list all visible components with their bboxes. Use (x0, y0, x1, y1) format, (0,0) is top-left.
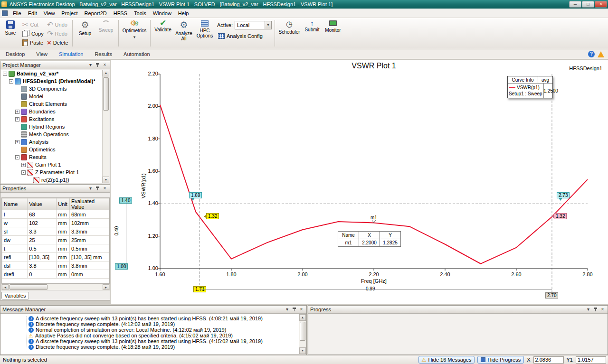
optimetrics-button[interactable]: ⚙⚙ Optimetrics ▾ (121, 18, 148, 47)
curve-info-legend[interactable]: Curve Info avg VSWR(p1) Setup1 : Sweep 1… (507, 76, 553, 98)
ribbon-tab-simulation[interactable]: Simulation (53, 50, 89, 58)
marker-cross-right[interactable]: 2.73 (557, 192, 570, 198)
close-icon[interactable]: × (102, 62, 108, 68)
analyze-all-button[interactable]: ⚙ Analyze All (173, 18, 194, 47)
pin-icon[interactable] (592, 307, 598, 313)
hpc-options-button[interactable]: HPC Options (194, 18, 215, 47)
property-row[interactable]: t0.5mm0.5mm (2, 244, 109, 253)
marker-cross-left[interactable]: 1.69 (189, 192, 202, 198)
delete-button[interactable]: ×Delete (46, 38, 70, 47)
ribbon-tab-desktop[interactable]: Desktop (0, 50, 30, 58)
message-item[interactable]: iDiscrete frequency sweep complete. (4:1… (1, 321, 299, 327)
menu-file[interactable]: File (10, 9, 25, 17)
scrollbar-thumb[interactable] (300, 322, 305, 341)
property-row[interactable]: sl3.3mm3.3mm (2, 227, 109, 236)
menu-report2d[interactable]: Report2D (81, 9, 110, 17)
tree-item[interactable]: Model (1, 93, 102, 100)
message-scrollbar[interactable]: ▲ ▼ (299, 314, 306, 354)
scroll-down-icon[interactable]: ▼ (299, 347, 306, 354)
tree-item[interactable]: Circuit Elements (1, 100, 102, 108)
menu-hfss[interactable]: HFSS (110, 9, 131, 17)
expand-icon[interactable]: + (15, 117, 19, 121)
redo-button[interactable]: ↷Redo (46, 29, 70, 38)
property-row[interactable]: dsl3.8mm3.8mm (2, 261, 109, 270)
tree-item[interactable]: +Excitations (1, 115, 102, 123)
document-icon[interactable] (2, 10, 8, 16)
tree-item[interactable]: Hybrid Regions (1, 123, 102, 131)
chevron-down-icon[interactable]: ▼ (265, 21, 271, 29)
property-row[interactable]: refl[130, 35]mm[130, 35] mm (2, 253, 109, 261)
tree-item[interactable]: re(Z(p1,p1)) (1, 176, 102, 183)
ribbon-tab-automation[interactable]: Automation (118, 50, 156, 58)
ribbon-tab-view[interactable]: View (30, 50, 53, 58)
submit-button[interactable]: ↑ Submit (302, 18, 323, 47)
collapse-icon[interactable]: - (9, 79, 13, 84)
scrollbar-thumb[interactable] (103, 77, 109, 111)
ribbon-tab-results[interactable]: Results (89, 50, 118, 58)
cut-button[interactable]: ✂Cut (21, 20, 46, 29)
close-button[interactable]: × (595, 1, 607, 8)
tree-item[interactable]: -Z Parameter Plot 1 (1, 168, 102, 176)
tree-item[interactable]: Optimetrics (1, 146, 102, 153)
message-item[interactable]: iA discrete frequency sweep with 13 poin… (1, 316, 299, 321)
marker-x-right[interactable]: 2.70 (545, 292, 558, 299)
hide-progress-button[interactable]: Hide Progress (477, 356, 524, 364)
property-row[interactable]: l68mm68mm (2, 210, 109, 219)
project-tree-scrollbar[interactable]: ▲ ▼ (102, 70, 109, 183)
menu-window[interactable]: Window (150, 9, 175, 17)
message-item[interactable]: iDiscrete frequency sweep complete. (4:1… (1, 344, 299, 350)
sweep-button[interactable]: Sweep (95, 18, 116, 47)
property-row[interactable]: drefl0mm0mm (2, 270, 109, 279)
pin-icon[interactable] (95, 62, 101, 68)
tree-item[interactable]: -Batwing_v2_var* (1, 70, 102, 77)
expand-icon[interactable]: + (21, 163, 26, 167)
tree-item[interactable]: +Gain Plot 1 (1, 161, 102, 168)
pin-icon[interactable] (95, 186, 101, 192)
marker-value-right[interactable]: 1.32 (554, 213, 567, 219)
menu-project[interactable]: Project (58, 9, 81, 17)
scroll-down-icon[interactable]: ▼ (103, 177, 109, 183)
menu-edit[interactable]: Edit (25, 9, 40, 17)
copy-button[interactable]: Copy (21, 29, 46, 38)
scheduler-button[interactable]: ◷ Scheduler (277, 18, 302, 47)
property-row[interactable]: w102mm102mm (2, 219, 109, 227)
panel-menu-icon[interactable]: ▾ (87, 62, 94, 68)
menu-view[interactable]: View (40, 9, 58, 17)
close-icon[interactable]: × (298, 307, 304, 313)
property-row[interactable]: dw25mm25mm (2, 236, 109, 244)
message-item[interactable]: ⚠Adaptive Passes did not converge based … (1, 333, 299, 338)
minimize-button[interactable]: ─ (569, 1, 581, 8)
variables-tab[interactable]: Variables (1, 292, 29, 300)
tree-item[interactable]: +Analysis (1, 138, 102, 146)
hide-messages-button[interactable]: ⚠ Hide 16 Messages (418, 356, 475, 364)
scrollbar-thumb[interactable] (10, 284, 48, 290)
collapse-icon[interactable]: - (15, 155, 19, 159)
message-item[interactable]: iNormal completion of simulation on serv… (1, 327, 299, 333)
paste-button[interactable]: Paste (21, 38, 46, 47)
tree-item[interactable]: Mesh Operations (1, 131, 102, 138)
expand-icon[interactable]: + (15, 140, 19, 144)
undo-button[interactable]: ↶Undo (46, 20, 70, 29)
validate-button[interactable]: ✔ Validate (152, 18, 173, 47)
setup-button[interactable]: ⚙ Setup (75, 18, 95, 47)
close-icon[interactable]: × (102, 186, 108, 192)
tree-item[interactable]: 3D Components (1, 85, 102, 93)
pin-icon[interactable] (291, 307, 297, 313)
collapse-icon[interactable]: - (3, 72, 7, 76)
help-icon[interactable]: ? (588, 51, 595, 57)
collapse-icon[interactable]: - (21, 170, 26, 175)
maximize-button[interactable]: □ (582, 1, 594, 8)
marker-value-left[interactable]: 1.32 (206, 213, 219, 219)
properties-hscrollbar[interactable]: ◄ ► (1, 284, 110, 290)
scroll-up-icon[interactable]: ▲ (299, 314, 306, 321)
menu-help[interactable]: Help (175, 9, 192, 17)
panel-menu-icon[interactable]: ▾ (87, 186, 94, 192)
save-button[interactable]: Save (0, 18, 21, 47)
tree-item[interactable]: -HFSSDesign1 (DrivenModal)* (1, 77, 102, 85)
tree-item[interactable]: +Boundaries (1, 108, 102, 115)
menu-tools[interactable]: Tools (131, 9, 150, 17)
close-icon[interactable]: × (599, 307, 606, 313)
active-machine-select[interactable]: Local ▼ (235, 21, 272, 29)
panel-menu-icon[interactable]: ▾ (585, 307, 591, 313)
scroll-up-icon[interactable]: ▲ (103, 70, 109, 76)
